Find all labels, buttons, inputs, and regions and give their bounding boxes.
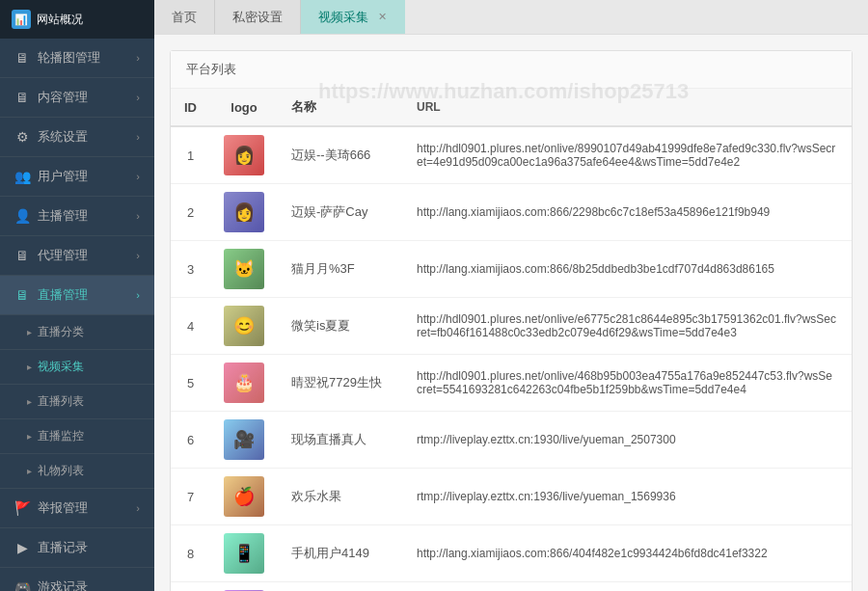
row-logo: 📍 — [210, 582, 278, 592]
row-url: rtmp://liveplay.ezttx.cn:1936/live/yuema… — [403, 469, 852, 525]
row-name: 距离你888米 — [278, 582, 403, 592]
main-area: 首页 私密设置 视频采集 ✕ https://www.huzhan.com/is… — [154, 0, 868, 591]
row-name: 迈娱-萨萨Cay — [278, 184, 403, 241]
main-content: https://www.huzhan.com/ishop25713 平台列表 I… — [154, 35, 868, 591]
row-id: 4 — [171, 298, 210, 355]
row-name: 迈娱--美琦666 — [278, 126, 403, 184]
panel-body: ID logo 名称 URL 1 👩 迈娱--美琦666 http://hdl0… — [171, 89, 852, 591]
logo-icon: 📊 — [12, 10, 31, 29]
video-capture-label: 视频采集 — [38, 359, 84, 375]
table-row: 6 🎥 现场直播真人 rtmp://liveplay.ezttx.cn:1930… — [171, 412, 852, 469]
row-logo: 😊 — [210, 298, 278, 355]
tab-home[interactable]: 首页 — [154, 0, 215, 34]
users-icon: 👥 — [14, 169, 30, 184]
avatar: 📱 — [224, 533, 264, 574]
carousel-arrow-icon: › — [136, 52, 140, 64]
sidebar-sub-item-gift-list[interactable]: 礼物列表 — [0, 454, 154, 489]
sidebar-item-agents[interactable]: 🖥 代理管理 › — [0, 236, 154, 276]
sidebar-item-live[interactable]: 🖥 直播管理 › — [0, 276, 154, 315]
tab-close-icon[interactable]: ✕ — [378, 11, 387, 23]
agents-arrow-icon: › — [136, 250, 140, 261]
row-url: http://hdl0901.plures.net/onlive/468b95b… — [403, 355, 852, 412]
row-url: http://lang.xiamijiaos.com:866/404f482e1… — [403, 525, 852, 582]
table-row: 1 👩 迈娱--美琦666 http://hdl0901.plures.net/… — [171, 126, 852, 184]
row-id: 5 — [171, 355, 210, 412]
table-row: 3 🐱 猫月月%3F http://lang.xiamijiaos.com:86… — [171, 241, 852, 298]
row-id: 3 — [171, 241, 210, 298]
sidebar-item-game-record[interactable]: 🎮 游戏记录 — [0, 568, 154, 591]
settings-icon: ⚙ — [14, 129, 30, 145]
tab-privacy-label: 私密设置 — [232, 9, 283, 26]
live-record-label: 直播记录 — [38, 539, 88, 556]
table-header-row: ID logo 名称 URL — [171, 89, 852, 126]
row-logo: 👩 — [210, 184, 278, 241]
row-url: http://hdl0901.plures.net/onlive/8990107… — [403, 126, 852, 184]
col-logo: logo — [210, 89, 278, 126]
col-url: URL — [403, 89, 852, 126]
row-url: rtmp://liveplay.ezttx.cn:1938/live/yuema… — [403, 582, 852, 592]
tab-video-capture[interactable]: 视频采集 ✕ — [301, 0, 405, 34]
row-logo: 📱 — [210, 525, 278, 582]
users-label: 用户管理 — [38, 168, 88, 185]
sidebar-item-hosts[interactable]: 👤 主播管理 › — [0, 197, 154, 236]
row-id: 6 — [171, 412, 210, 469]
row-id: 8 — [171, 525, 210, 582]
table-row: 2 👩 迈娱-萨萨Cay http://lang.xiamijiaos.com:… — [171, 184, 852, 241]
platform-panel: 平台列表 ID logo 名称 URL 1 👩 迈娱 — [170, 50, 853, 591]
avatar: 🎥 — [224, 419, 264, 460]
sidebar-item-live-record[interactable]: ▶ 直播记录 — [0, 528, 154, 568]
report-arrow-icon: › — [136, 502, 140, 514]
sidebar-item-nav[interactable]: 🖥 内容管理 › — [0, 78, 154, 118]
row-name: 欢乐水果 — [278, 469, 403, 525]
nav-label: 内容管理 — [38, 89, 88, 106]
sidebar-item-report[interactable]: 🚩 举报管理 › — [0, 489, 154, 528]
live-icon: 🖥 — [14, 287, 30, 303]
row-id: 7 — [171, 469, 210, 525]
panel-title: 平台列表 — [186, 62, 236, 76]
sidebar-sub-item-live-category[interactable]: 直播分类 — [0, 315, 154, 350]
row-url: http://hdl0901.plures.net/onlive/e6775c2… — [403, 298, 852, 355]
row-id: 2 — [171, 184, 210, 241]
avatar: 👩 — [224, 192, 264, 232]
row-url: rtmp://liveplay.ezttx.cn:1930/live/yuema… — [403, 412, 852, 469]
sidebar: 📊 网站概况 🖥 轮播图管理 › 🖥 内容管理 › ⚙ 系统设置 › 👥 用户管… — [0, 0, 154, 591]
avatar: 🍎 — [224, 476, 264, 517]
table-row: 4 😊 微笑is夏夏 http://hdl0901.plures.net/onl… — [171, 298, 852, 355]
panel-header: 平台列表 — [171, 51, 852, 89]
row-name: 手机用户4149 — [278, 525, 403, 582]
table-row: 8 📱 手机用户4149 http://lang.xiamijiaos.com:… — [171, 525, 852, 582]
sidebar-item-settings[interactable]: ⚙ 系统设置 › — [0, 118, 154, 157]
hosts-icon: 👤 — [14, 208, 30, 224]
row-id: 9 — [171, 582, 210, 592]
sidebar-item-carousel[interactable]: 🖥 轮播图管理 › — [0, 39, 154, 78]
tab-home-label: 首页 — [172, 9, 197, 26]
sidebar-sub-item-video-capture[interactable]: 视频采集 — [0, 350, 154, 385]
live-arrow-icon: › — [136, 289, 140, 301]
row-logo: 👩 — [210, 126, 278, 184]
row-id: 1 — [171, 126, 210, 184]
sidebar-logo: 📊 网站概况 — [0, 0, 154, 39]
tab-privacy[interactable]: 私密设置 — [215, 0, 301, 34]
live-category-label: 直播分类 — [38, 324, 84, 340]
game-record-icon: 🎮 — [14, 579, 30, 591]
table-row: 7 🍎 欢乐水果 rtmp://liveplay.ezttx.cn:1936/l… — [171, 469, 852, 525]
sidebar-sub-item-live-list[interactable]: 直播列表 — [0, 385, 154, 419]
gift-list-label: 礼物列表 — [38, 463, 84, 479]
game-record-label: 游戏记录 — [38, 578, 88, 591]
row-name: 猫月月%3F — [278, 241, 403, 298]
row-logo: 🐱 — [210, 241, 278, 298]
carousel-icon: 🖥 — [14, 50, 30, 66]
agents-label: 代理管理 — [38, 247, 88, 264]
live-monitor-label: 直播监控 — [38, 428, 84, 444]
col-id: ID — [171, 89, 210, 126]
sidebar-sub-item-live-monitor[interactable]: 直播监控 — [0, 419, 154, 454]
row-name: 现场直播真人 — [278, 412, 403, 469]
sidebar-item-users[interactable]: 👥 用户管理 › — [0, 157, 154, 197]
row-logo: 🍎 — [210, 469, 278, 525]
tabs-bar: 首页 私密设置 视频采集 ✕ — [154, 0, 868, 35]
hosts-label: 主播管理 — [38, 207, 88, 225]
row-logo: 🎥 — [210, 412, 278, 469]
avatar: 😊 — [224, 306, 264, 346]
platform-table: ID logo 名称 URL 1 👩 迈娱--美琦666 http://hdl0… — [171, 89, 852, 591]
nav-icon: 🖥 — [14, 90, 30, 105]
